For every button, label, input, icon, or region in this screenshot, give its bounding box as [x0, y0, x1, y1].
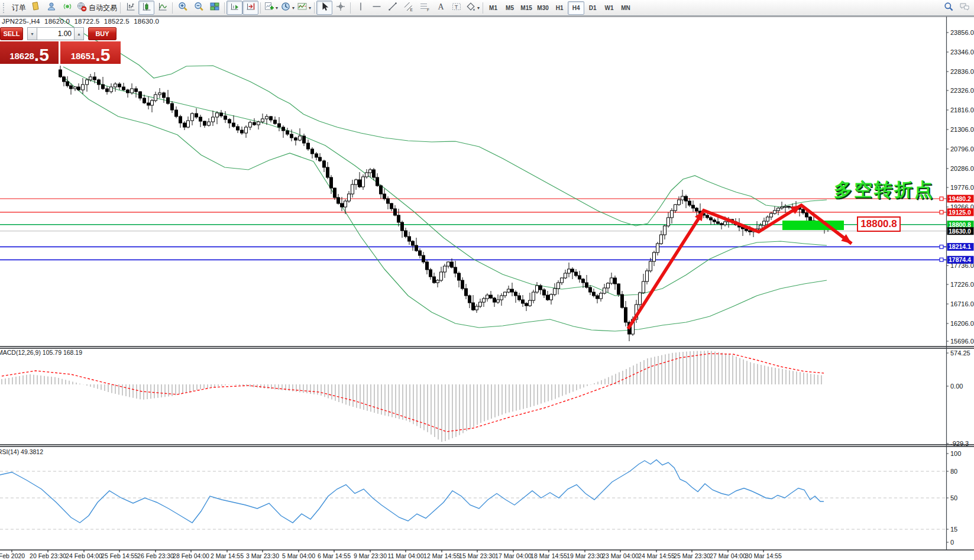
indicators-button[interactable]: ▾	[296, 1, 312, 15]
ask-price-button[interactable]: 18651 .5	[60, 41, 121, 64]
text-button[interactable]: A	[432, 1, 448, 15]
volume-decrease-button[interactable]: ▼	[27, 27, 37, 40]
candlestick	[624, 307, 627, 322]
text-label-icon: T	[451, 1, 462, 14]
candlestick	[603, 288, 606, 293]
chat-icon	[959, 1, 970, 14]
timeframe-h4-button[interactable]: H4	[568, 1, 584, 15]
cursor-button[interactable]	[316, 1, 332, 15]
search-icon	[943, 1, 954, 14]
toolbar-separator	[483, 2, 483, 14]
level-drag-handle[interactable]	[940, 245, 943, 248]
candlestick	[147, 103, 150, 105]
candlestick	[135, 89, 138, 92]
candlestick	[369, 170, 372, 173]
new-chart-button[interactable]: ▾	[263, 1, 279, 15]
candlestick	[685, 196, 688, 201]
text-label-button[interactable]: T	[448, 1, 464, 15]
timeframe-d1-button[interactable]: D1	[584, 1, 601, 15]
candlestick	[536, 286, 539, 292]
toolbar-separator	[260, 2, 261, 14]
turning-point-annotation[interactable]: 多空转折点	[834, 177, 934, 202]
candlestick	[93, 77, 96, 80]
candlestick	[497, 300, 500, 302]
candlestick-button[interactable]	[138, 1, 154, 15]
tile-windows-button[interactable]	[206, 1, 222, 15]
timeframe-m30-button[interactable]: M30	[535, 1, 551, 15]
rsi-axis-label: 50	[950, 494, 957, 501]
order-button[interactable]: 订单	[9, 1, 27, 15]
level-drag-handle[interactable]	[940, 197, 943, 200]
candlestick	[770, 213, 773, 217]
candlestick	[642, 281, 645, 293]
timeframe-h1-button[interactable]: H1	[551, 1, 568, 15]
accounts-button[interactable]	[43, 1, 59, 15]
autotrade-button[interactable]: 自动交易	[75, 1, 118, 15]
candlestick	[568, 269, 571, 273]
zoom-out-icon	[193, 1, 204, 14]
horizontal-line-button[interactable]	[368, 1, 384, 15]
search-button[interactable]	[940, 1, 956, 15]
auto-scroll-button[interactable]	[226, 1, 242, 15]
highlight-zone[interactable]	[782, 221, 844, 230]
price-callout-box[interactable]: 18800.8	[857, 216, 901, 232]
date-axis-label: 11 Mar 04:00	[387, 552, 423, 559]
toolbar-separator	[172, 2, 173, 14]
candlestick	[286, 131, 289, 134]
new-order-button[interactable]	[27, 1, 43, 15]
fibonacci-icon: F	[419, 1, 430, 14]
candlestick	[376, 177, 379, 186]
bar-chart-button[interactable]	[122, 1, 138, 15]
candlestick	[89, 77, 92, 80]
channel-button[interactable]: E	[400, 1, 416, 15]
ohlc-open: 18620.0	[44, 18, 70, 25]
crosshair-button[interactable]	[332, 1, 348, 15]
level-drag-handle[interactable]	[940, 211, 943, 214]
timeframe-m15-button[interactable]: M15	[518, 1, 535, 15]
chat-button[interactable]	[956, 1, 972, 15]
shapes-button[interactable]: ▾	[464, 1, 481, 15]
vertical-line-button[interactable]	[352, 1, 368, 15]
candlestick	[809, 217, 812, 221]
timeframe-m5-button[interactable]: M5	[501, 1, 518, 15]
candlestick	[507, 289, 510, 292]
candlestick	[334, 188, 336, 198]
candlestick	[522, 300, 525, 303]
macd-axis-label: 574.25	[950, 349, 970, 357]
price-axis-label: 20286.0	[950, 165, 974, 172]
timeframe-m1-button[interactable]: M1	[485, 1, 501, 15]
svg-text:A: A	[438, 2, 444, 11]
volume-input[interactable]	[37, 27, 74, 40]
volume-increase-button[interactable]: ▲	[74, 27, 84, 40]
fibonacci-button[interactable]: F	[416, 1, 432, 15]
zoom-in-button[interactable]	[174, 1, 190, 15]
candlestick	[373, 170, 376, 177]
candlestick	[600, 293, 603, 299]
candlestick	[454, 267, 457, 273]
candlestick	[713, 220, 716, 222]
svg-text:F: F	[427, 8, 429, 12]
zoom-out-button[interactable]	[190, 1, 206, 15]
toolbar-grip	[3, 3, 7, 13]
buy-button[interactable]: BUY	[88, 27, 117, 40]
timeframe-mn-button[interactable]: MN	[617, 1, 634, 15]
signal-button[interactable]	[59, 1, 75, 15]
candlestick	[720, 224, 723, 225]
price-axis-label: 16206.0	[950, 320, 974, 327]
candlestick	[674, 205, 677, 211]
candlestick	[122, 87, 125, 90]
date-axis-label: 19 Mar 23:30	[567, 552, 603, 559]
line-chart-button[interactable]	[154, 1, 170, 15]
chart-canvas[interactable]: 23856.023346.022836.022326.021816.021306…	[0, 0, 974, 560]
timeframe-w1-button[interactable]: W1	[601, 1, 617, 15]
candlestick	[216, 113, 219, 117]
chart-shift-button[interactable]	[242, 1, 258, 15]
periods-button[interactable]: ▾	[279, 1, 296, 15]
candlestick	[678, 200, 681, 205]
sell-button[interactable]: SELL	[0, 27, 23, 40]
trendline-button[interactable]	[384, 1, 400, 15]
bid-price-button[interactable]: 18628 .5	[0, 41, 59, 64]
candlestick	[749, 231, 752, 232]
level-drag-handle[interactable]	[940, 258, 943, 261]
price-axis-label: 23856.0	[950, 29, 974, 36]
